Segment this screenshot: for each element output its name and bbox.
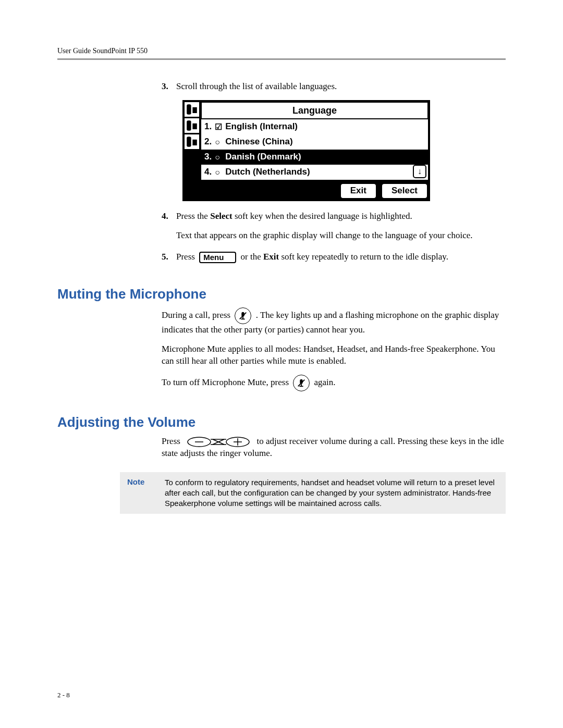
softkey-exit: Exit bbox=[340, 183, 377, 199]
volume-paragraph-1: Press to adjust receiver volume during a… bbox=[162, 436, 506, 460]
lcd-screenshot: Language 1. ☑ English (Internal) 2. ○ Ch… bbox=[182, 100, 430, 201]
volume-rocker-icon bbox=[185, 436, 252, 448]
mute-icon bbox=[293, 375, 310, 391]
mute-p1-a: During a call, press bbox=[162, 310, 232, 320]
phone-icon bbox=[185, 118, 199, 133]
lcd-item-text: Danish (Denmark) bbox=[225, 151, 301, 163]
step-5-bold: Exit bbox=[263, 252, 279, 262]
mute-paragraph-3: To turn off Microphone Mute, press again… bbox=[162, 375, 506, 391]
mute-paragraph-2: Microphone Mute applies to all modes: Ha… bbox=[162, 343, 506, 367]
lcd-item-num: 2. bbox=[204, 136, 212, 148]
running-header: User Guide SoundPoint IP 550 bbox=[57, 47, 506, 55]
note-body: To conform to regulatory requirements, h… bbox=[165, 477, 498, 509]
header-rule bbox=[57, 58, 506, 60]
step-3-text: Scroll through the list of available lan… bbox=[176, 81, 506, 93]
unchecked-icon: ○ bbox=[215, 152, 222, 163]
step-4: 4. Press the Select soft key when the de… bbox=[162, 211, 506, 242]
step-4-sub: Text that appears on the graphic display… bbox=[176, 230, 506, 242]
lcd-item-text: English (Internal) bbox=[225, 121, 298, 133]
step-5-text-a: Press bbox=[176, 252, 197, 262]
phone-icon bbox=[185, 134, 199, 149]
lcd-item-4: 4. ○ Dutch (Netherlands) bbox=[201, 165, 428, 180]
svg-rect-0 bbox=[187, 104, 191, 115]
step-5: 5. Press Menu or the Exit soft key repea… bbox=[162, 251, 506, 263]
lcd-item-3-selected: 3. ○ Danish (Denmark) bbox=[201, 150, 428, 165]
mute-p3-a: To turn off Microphone Mute, press bbox=[162, 377, 291, 387]
step-4-text-a: Press the bbox=[176, 211, 210, 221]
unchecked-icon: ○ bbox=[215, 137, 222, 148]
heading-volume: Adjusting the Volume bbox=[57, 414, 506, 430]
mute-p3-b: again. bbox=[314, 377, 336, 387]
step-4-number: 4. bbox=[162, 211, 176, 242]
lcd-title: Language bbox=[201, 102, 428, 119]
step-5-number: 5. bbox=[162, 251, 176, 263]
unchecked-icon: ○ bbox=[215, 167, 222, 178]
softkey-select: Select bbox=[381, 183, 428, 199]
lcd-item-num: 1. bbox=[204, 121, 212, 133]
lcd-item-text: Dutch (Netherlands) bbox=[225, 166, 310, 178]
mute-icon bbox=[235, 307, 251, 324]
lcd-item-text: Chinese (China) bbox=[225, 136, 292, 148]
step-4-bold: Select bbox=[210, 211, 232, 221]
svg-rect-4 bbox=[187, 137, 191, 147]
step-3-number: 3. bbox=[162, 81, 176, 93]
phone-icon bbox=[185, 102, 199, 117]
vol-p1-a: Press bbox=[162, 436, 182, 446]
step-4-text-b: soft key when the desired language is hi… bbox=[232, 211, 412, 221]
note-label: Note bbox=[127, 477, 165, 509]
svg-rect-3 bbox=[192, 124, 197, 129]
step-3: 3. Scroll through the list of available … bbox=[162, 81, 506, 93]
lcd-item-num: 3. bbox=[204, 151, 212, 163]
lcd-item-2: 2. ○ Chinese (China) bbox=[201, 134, 428, 150]
heading-muting: Muting the Microphone bbox=[57, 286, 506, 302]
lcd-item-1: 1. ☑ English (Internal) bbox=[201, 119, 428, 134]
svg-rect-1 bbox=[192, 107, 197, 113]
step-5-text-b: or the bbox=[241, 252, 263, 262]
step-5-text-c: soft key repeatedly to return to the idl… bbox=[279, 252, 448, 262]
menu-button-icon: Menu bbox=[199, 252, 236, 263]
note-block: Note To conform to regulatory requiremen… bbox=[120, 472, 506, 514]
svg-rect-2 bbox=[187, 120, 191, 131]
lcd-list: 1. ☑ English (Internal) 2. ○ Chinese (Ch… bbox=[201, 119, 428, 180]
mute-paragraph-1: During a call, press . The key lights up… bbox=[162, 307, 506, 336]
checked-icon: ☑ bbox=[215, 121, 222, 133]
svg-rect-5 bbox=[192, 140, 197, 145]
scroll-down-icon: ↓ bbox=[413, 165, 426, 178]
lcd-item-num: 4. bbox=[204, 166, 212, 178]
page-number: 2 - 8 bbox=[57, 691, 70, 699]
